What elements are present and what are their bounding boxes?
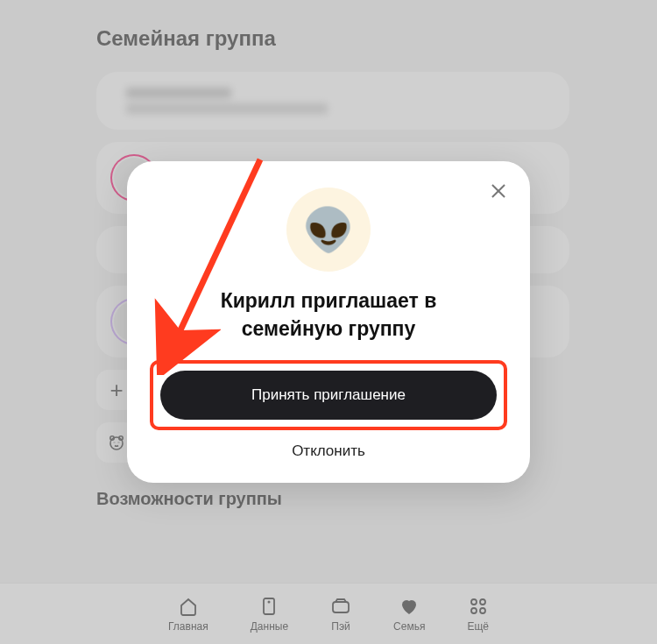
decline-button[interactable]: Отклонить [153,442,504,460]
modal-title: Кирилл приглашает в семейную группу [171,287,486,342]
alien-emoji: 👽 [302,205,355,255]
annotation-highlight: Принять приглашение [150,360,507,430]
close-icon[interactable] [488,180,509,202]
invite-modal: 👽 Кирилл приглашает в семейную группу Пр… [127,161,530,482]
modal-overlay[interactable]: 👽 Кирилл приглашает в семейную группу Пр… [0,0,657,644]
inviter-avatar: 👽 [286,188,371,272]
accept-button[interactable]: Принять приглашение [160,371,497,420]
